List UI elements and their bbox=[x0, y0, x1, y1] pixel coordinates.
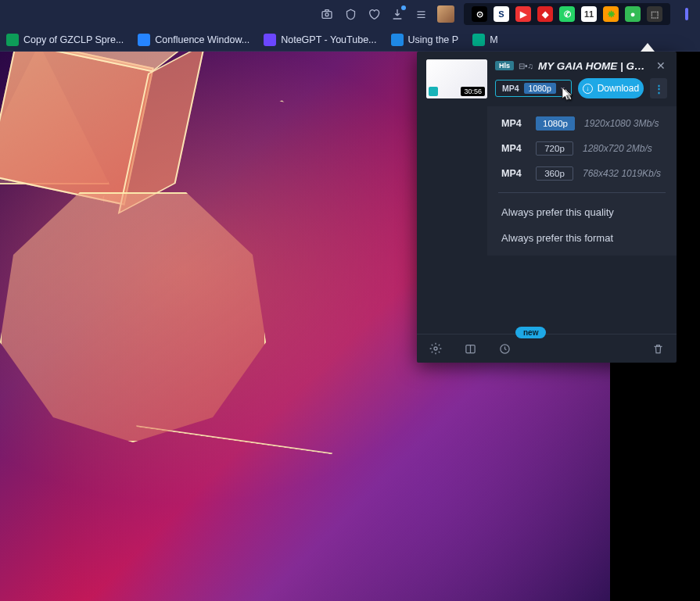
quality-option[interactable]: MP41080p1920x1080 3Mb/s bbox=[487, 111, 677, 136]
bookmark-item[interactable]: M bbox=[472, 34, 497, 46]
favicon bbox=[472, 34, 485, 46]
quality-dropdown: MP41080p1920x1080 3Mb/sMP4720p1280x720 2… bbox=[487, 106, 677, 256]
extension-icon[interactable]: ◆ bbox=[537, 6, 553, 22]
extension-icon[interactable]: S bbox=[494, 6, 509, 22]
download-button[interactable]: ↓ Download bbox=[578, 78, 644, 98]
history-icon[interactable] bbox=[497, 341, 512, 356]
more-button[interactable]: ⋮ bbox=[650, 78, 667, 98]
selector-format: MP4 bbox=[502, 84, 519, 93]
shape-cube bbox=[0, 52, 154, 206]
extension-icon[interactable]: 11 bbox=[581, 6, 597, 22]
format-selector[interactable]: MP4 1080p ▾ bbox=[495, 80, 572, 97]
extension-icon[interactable]: ⬚ bbox=[647, 6, 662, 22]
settings-icon[interactable] bbox=[428, 341, 443, 356]
video-title: MY GAIA HOME | GAIA bbox=[538, 60, 650, 72]
bookmark-label: NoteGPT - YouTube... bbox=[281, 34, 376, 45]
svg-rect-2 bbox=[685, 8, 688, 20]
bookmark-label: Confluence Window... bbox=[155, 34, 249, 45]
shield-icon[interactable] bbox=[343, 7, 357, 21]
pref-quality-option[interactable]: Always prefer this quality bbox=[487, 199, 677, 225]
page-content: 30:56 Hls ⊟•♫ MY GAIA HOME | GAIA ✕ MP4 … bbox=[0, 52, 700, 601]
favicon bbox=[264, 34, 276, 46]
heart-icon[interactable] bbox=[367, 7, 381, 21]
quality-res: 360p bbox=[536, 166, 573, 181]
svg-point-3 bbox=[434, 347, 437, 350]
profile-avatar[interactable] bbox=[437, 5, 454, 23]
trash-icon[interactable] bbox=[650, 341, 666, 356]
pref-format-option[interactable]: Always prefer this format bbox=[487, 225, 677, 251]
quality-res: 1080p bbox=[536, 116, 575, 131]
new-badge: new bbox=[515, 327, 546, 338]
panel-caret bbox=[641, 43, 655, 52]
menu-icon[interactable] bbox=[680, 7, 694, 21]
quality-option[interactable]: MP4720p1280x720 2Mb/s bbox=[487, 136, 677, 161]
favicon bbox=[138, 34, 150, 46]
quality-res: 720p bbox=[536, 141, 573, 156]
extension-icon[interactable]: ▶ bbox=[515, 6, 531, 22]
favicon bbox=[391, 34, 404, 46]
bookmark-item[interactable]: Using the P bbox=[391, 34, 459, 46]
thumb-badge-icon bbox=[429, 87, 438, 96]
chevron-down-icon: ▾ bbox=[561, 84, 565, 93]
quality-detail: 768x432 1019Kb/s bbox=[583, 168, 661, 179]
svg-point-1 bbox=[325, 13, 328, 16]
extensions-strip: ⊙S▶◆✆11❋●⬚ bbox=[464, 3, 670, 25]
bookmark-item[interactable]: NoteGPT - YouTube... bbox=[264, 34, 376, 46]
thumb-duration: 30:56 bbox=[461, 87, 485, 96]
close-icon[interactable]: ✕ bbox=[655, 59, 667, 72]
download-icon: ↓ bbox=[583, 84, 593, 94]
extension-icon[interactable]: ● bbox=[625, 6, 641, 22]
list-icon[interactable] bbox=[414, 7, 428, 21]
extension-icon[interactable]: ✆ bbox=[559, 6, 575, 22]
svg-rect-0 bbox=[322, 12, 332, 19]
extension-icon[interactable]: ⊙ bbox=[472, 6, 487, 22]
bookmark-label: Copy of GZCLP Spre... bbox=[23, 34, 124, 45]
bookmark-item[interactable]: Copy of GZCLP Spre... bbox=[6, 34, 124, 46]
extension-icon[interactable]: ❋ bbox=[603, 6, 619, 22]
panel-icon[interactable] bbox=[462, 341, 478, 356]
quality-format: MP4 bbox=[501, 143, 526, 154]
panel-footer: new bbox=[417, 334, 677, 363]
bookmark-label: M bbox=[490, 34, 497, 45]
quality-detail: 1280x720 2Mb/s bbox=[583, 143, 652, 154]
quality-format: MP4 bbox=[501, 118, 526, 129]
download-tray-icon[interactable] bbox=[390, 7, 404, 21]
download-label: Download bbox=[598, 83, 639, 94]
quality-detail: 1920x1080 3Mb/s bbox=[584, 118, 659, 129]
video-thumbnail[interactable]: 30:56 bbox=[426, 59, 487, 98]
selector-quality: 1080p bbox=[524, 83, 556, 94]
dropdown-separator bbox=[498, 192, 666, 193]
camera-icon[interactable] bbox=[320, 7, 334, 21]
quality-option[interactable]: MP4360p768x432 1019Kb/s bbox=[487, 161, 677, 186]
bookmark-label: Using the P bbox=[408, 34, 459, 45]
bookmarks-bar: Copy of GZCLP Spre...Confluence Window..… bbox=[0, 28, 700, 52]
media-type-icons: ⊟•♫ bbox=[519, 62, 533, 70]
hls-badge: Hls bbox=[495, 61, 514, 70]
browser-toolbar: ⊙S▶◆✆11❋●⬚ bbox=[0, 0, 700, 28]
bookmark-item[interactable]: Confluence Window... bbox=[138, 34, 249, 46]
favicon bbox=[6, 34, 19, 46]
downloader-panel: 30:56 Hls ⊟•♫ MY GAIA HOME | GAIA ✕ MP4 … bbox=[417, 52, 677, 363]
quality-format: MP4 bbox=[501, 168, 526, 179]
